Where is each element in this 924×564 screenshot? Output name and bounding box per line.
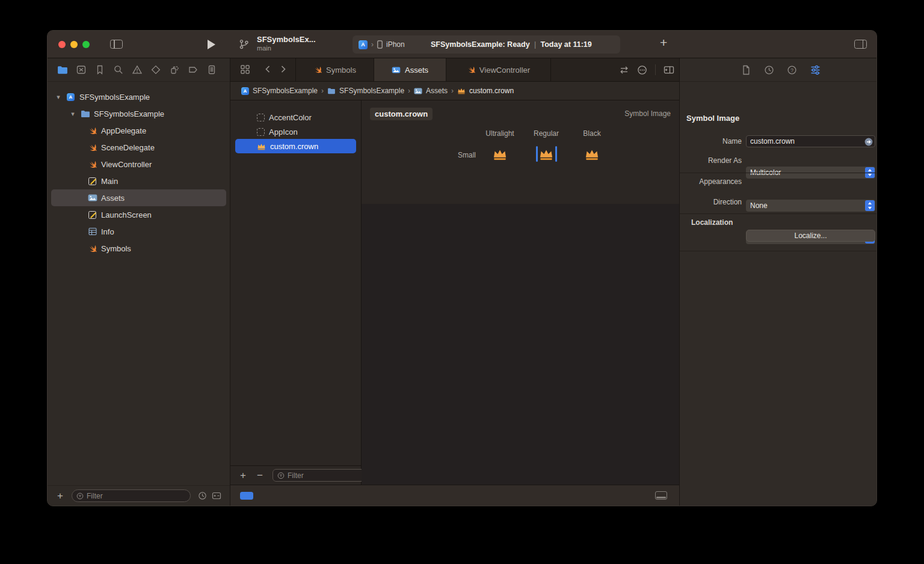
scm-status-filter-icon[interactable]	[212, 491, 221, 500]
editor-options-icon[interactable]	[637, 65, 647, 75]
selection-handle-left[interactable]	[536, 146, 538, 162]
debug-navigator-icon[interactable]	[169, 64, 180, 75]
localization-section-label: Localization	[691, 218, 733, 227]
tab-symbols[interactable]: Symbols	[295, 58, 374, 81]
symbol-slot-black[interactable]	[585, 148, 600, 161]
svg-text:?: ?	[790, 67, 793, 73]
selection-handle-right[interactable]	[555, 146, 557, 162]
asset-kind-label: Symbol Image	[624, 109, 671, 118]
tree-row-main[interactable]: Main	[51, 173, 226, 189]
asset-catalog-icon	[87, 194, 97, 201]
show-slicing-icon[interactable]	[655, 491, 667, 500]
disclosure-chevron-icon[interactable]: ▾	[69, 110, 76, 118]
asset-item-appicon[interactable]: AppIcon	[235, 124, 356, 139]
navigator-filter-bar: +	[48, 485, 230, 506]
editor-bottom-bar	[230, 485, 680, 506]
appearances-label: Appearances	[680, 176, 742, 188]
tree-row-project[interactable]: ▾ SFSymbolsExample	[51, 88, 226, 105]
navigator-filter-field[interactable]	[72, 489, 191, 502]
project-navigator-icon[interactable]	[57, 66, 68, 75]
tree-row-info[interactable]: Info	[51, 223, 226, 240]
add-editor-icon[interactable]	[664, 65, 674, 75]
tree-row-assets[interactable]: Assets	[51, 189, 226, 206]
symbol-editor: custom.crown Symbol Image Ultralight Reg…	[362, 100, 680, 485]
appearances-popup[interactable]: None	[746, 200, 875, 212]
asset-label: AppIcon	[269, 127, 298, 136]
navigator-toggle-icon[interactable]	[110, 40, 123, 49]
editor-tab-controls	[619, 58, 674, 81]
tree-row-symbols[interactable]: Symbols	[51, 240, 226, 257]
add-asset-button[interactable]: +	[239, 470, 247, 482]
related-items-icon[interactable]	[240, 64, 250, 75]
direction-label: Direction	[680, 196, 742, 208]
zoom-button[interactable]	[82, 41, 90, 48]
filter-bar-icon[interactable]	[240, 492, 253, 500]
tree-label: SFSymbolsExample	[79, 93, 150, 102]
breadcrumb-item[interactable]: SFSymbolsExample	[339, 87, 404, 95]
remove-asset-button[interactable]: −	[256, 470, 264, 482]
close-button[interactable]	[58, 41, 66, 48]
tree-row-appdelegate[interactable]: AppDelegate	[51, 122, 226, 139]
asset-label: custom.crown	[270, 142, 318, 151]
tab-label: Assets	[405, 66, 428, 75]
name-field[interactable]	[746, 135, 875, 147]
popup-stepper-icon	[865, 200, 875, 211]
test-navigator-icon[interactable]	[150, 64, 161, 75]
help-inspector-icon[interactable]: ?	[787, 65, 797, 75]
app-icon-set-icon	[257, 128, 265, 136]
activity-view[interactable]: › iPhon SFSymbolsExample: Ready | Today …	[353, 35, 620, 54]
crown-icon	[493, 148, 508, 161]
tree-row-group[interactable]: ▾ SFSymbolsExample	[51, 105, 226, 122]
tab-assets[interactable]: Assets	[374, 58, 446, 81]
inspector-toggle-icon[interactable]	[854, 40, 867, 49]
run-button[interactable]	[208, 40, 215, 49]
history-inspector-icon[interactable]	[764, 65, 774, 75]
window-controls	[58, 41, 90, 48]
back-button[interactable]	[264, 64, 271, 74]
swift-file-icon	[87, 126, 97, 135]
breadcrumb-item[interactable]: Assets	[426, 87, 448, 95]
source-control-navigator-icon[interactable]	[76, 64, 87, 75]
recent-files-filter-icon[interactable]	[198, 491, 207, 500]
issue-navigator-icon[interactable]	[132, 64, 143, 75]
tree-row-viewcontroller[interactable]: ViewController	[51, 156, 226, 173]
crown-icon	[585, 148, 600, 161]
report-navigator-icon[interactable]	[206, 64, 217, 75]
find-navigator-icon[interactable]	[113, 64, 124, 75]
divider	[655, 64, 656, 75]
attributes-inspector-icon[interactable]	[810, 65, 821, 75]
code-review-icon[interactable]	[619, 65, 629, 75]
minimize-button[interactable]	[70, 41, 78, 48]
tree-label: LaunchScreen	[101, 210, 152, 219]
crown-icon	[257, 143, 266, 150]
localize-button[interactable]: Localize...	[746, 230, 875, 242]
name-input[interactable]	[747, 136, 875, 147]
filter-input[interactable]	[87, 492, 186, 500]
editor-content: AccentColor AppIcon custom.crown + −	[230, 100, 680, 485]
file-inspector-icon[interactable]	[741, 65, 751, 75]
add-file-button[interactable]: +	[56, 490, 64, 502]
asset-catalog-icon	[414, 88, 422, 94]
asset-label: AccentColor	[269, 113, 312, 122]
open-arrow-icon[interactable]	[864, 138, 873, 146]
tree-row-launchscreen[interactable]: LaunchScreen	[51, 206, 226, 223]
disclosure-chevron-icon[interactable]: ▾	[55, 93, 62, 101]
status-time-text: Today at 11:19	[540, 40, 591, 49]
storyboard-icon	[87, 211, 97, 219]
tree-label: SFSymbolsExample	[94, 109, 164, 118]
breadcrumb-item[interactable]: SFSymbolsExample	[253, 87, 318, 95]
jump-bar[interactable]: SFSymbolsExample › SFSymbolsExample › As…	[230, 82, 680, 100]
breakpoint-navigator-icon[interactable]	[188, 64, 199, 75]
symbol-slot-regular-selected[interactable]	[539, 148, 554, 161]
symbol-slot-ultralight[interactable]	[493, 148, 508, 161]
forward-button[interactable]	[280, 64, 287, 74]
tree-label: Symbols	[101, 244, 131, 253]
bookmark-navigator-icon[interactable]	[94, 64, 105, 75]
add-tab-button[interactable]: +	[660, 35, 667, 50]
tree-row-scenedelegate[interactable]: SceneDelegate	[51, 139, 226, 156]
asset-item-custom-crown[interactable]: custom.crown	[235, 139, 356, 153]
tab-viewcontroller[interactable]: ViewController	[446, 58, 551, 81]
breadcrumb-item-current[interactable]: custom.crown	[469, 87, 514, 95]
asset-item-accentcolor[interactable]: AccentColor	[235, 110, 356, 124]
crown-icon	[539, 148, 554, 161]
